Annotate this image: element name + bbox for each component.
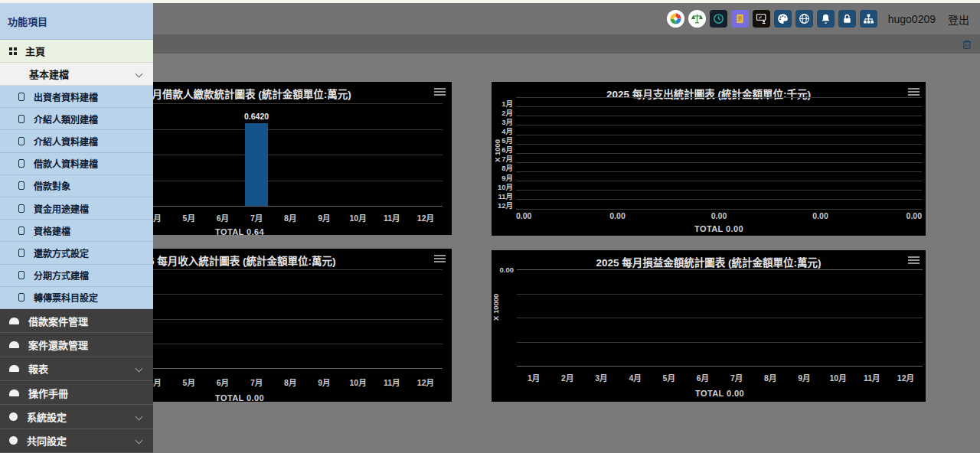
chart-menu-icon[interactable] (908, 88, 920, 97)
sidebar-section-4[interactable]: 系統設定 (0, 405, 153, 429)
chart-menu-icon[interactable] (434, 88, 446, 97)
chart-panel-profit: 2025 每月損益金額統計圖表 (統計金額單位:萬元) 0.001月2月3月4月… (492, 250, 926, 402)
scroll-icon[interactable] (731, 10, 749, 28)
chart-total-label: TOTAL 0.00 (517, 389, 923, 398)
x-axis-label: 1月 (528, 372, 540, 383)
x-axis-label: 6月 (217, 376, 229, 388)
sidebar-item-5[interactable]: 資金用途建檔 (0, 197, 153, 220)
x-axis-label: 2月 (561, 372, 573, 383)
sidebar-item-3[interactable]: 借款人資料建檔 (0, 153, 153, 175)
chevron-down-icon (136, 70, 143, 78)
sitemap-icon[interactable] (860, 10, 877, 28)
x-axis-label: 7月 (250, 376, 263, 388)
x-axis-label: 5月 (183, 376, 195, 388)
globe-icon[interactable] (795, 10, 813, 28)
x-axis-label: 11月 (384, 376, 400, 388)
document-icon (18, 204, 24, 213)
sidebar-item-8[interactable]: 分期方式建檔 (0, 265, 153, 287)
sidebar-section-1[interactable]: 案件還款管理 (0, 333, 153, 357)
scales-icon[interactable] (688, 10, 706, 28)
x-tick-label: 0.00 (711, 211, 727, 220)
x-axis-label: 11月 (864, 372, 880, 383)
sidebar-item-2[interactable]: 介紹人資料建檔 (0, 130, 153, 152)
x-tick-label: 0.00 (609, 211, 625, 220)
sidebar: 功能項目 主頁 基本建檔 出資者資料建檔介紹人類別建檔介紹人資料建檔借款人資料建… (0, 3, 153, 453)
sidebar-item-label: 介紹人類別建檔 (34, 112, 98, 125)
sidebar-item-7[interactable]: 還款方式設定 (0, 242, 153, 264)
x-axis-label: 12月 (417, 212, 434, 223)
sidebar-item-6[interactable]: 資格建檔 (0, 220, 153, 242)
grid-icon (9, 47, 17, 55)
y-axis-unit-label: X 10000 (492, 272, 500, 342)
sidebar-item-0[interactable]: 出資者資料建檔 (0, 86, 153, 108)
sidebar-item-home[interactable]: 主頁 (0, 40, 153, 63)
sidebar-item-label: 分期方式建檔 (34, 269, 89, 282)
lock-icon[interactable] (838, 10, 856, 28)
chevron-down-icon (136, 412, 143, 420)
x-axis-label: 4月 (629, 372, 641, 383)
sidebar-item-label: 借款對象 (34, 179, 70, 192)
sidebar-item-label: 資格建檔 (34, 224, 70, 237)
briefcase-icon (9, 318, 19, 324)
document-icon (18, 271, 24, 279)
sidebar-group-basic[interactable]: 基本建檔 (0, 63, 153, 86)
sidebar-item-9[interactable]: 轉傳票科目設定 (0, 287, 153, 309)
header-icon-group (667, 10, 877, 28)
x-axis-label: 3月 (595, 372, 607, 383)
briefcase-icon (9, 341, 19, 348)
chart-panel-expense: 2025 每月支出統計圖表 (統計金額單位:千元) 1月2月3月4月5月6月7月… (492, 82, 926, 236)
chart-menu-icon[interactable] (434, 255, 446, 264)
chart-bar[interactable] (245, 123, 268, 206)
palette-icon[interactable] (774, 10, 792, 28)
y-axis-label: 12月 (492, 200, 513, 210)
x-tick-label: 0.00 (812, 211, 828, 220)
x-axis-label: 5月 (663, 372, 675, 383)
bell-icon[interactable] (817, 10, 835, 28)
sidebar-item-label: 轉傳票科目設定 (34, 291, 98, 304)
presentation-icon[interactable] (753, 10, 770, 28)
sidebar-item-4[interactable]: 借款對象 (0, 175, 153, 197)
sidebar-section-label: 報表 (28, 361, 48, 376)
sidebar-section-5[interactable]: 共同設定 (0, 429, 153, 453)
sidebar-section-2[interactable]: 報表 (0, 357, 153, 381)
top-strip (0, 0, 980, 3)
briefcase-icon (9, 365, 19, 372)
chart-title: 2025 每月損益金額統計圖表 (統計金額單位:萬元) (492, 254, 926, 269)
x-axis-label: 8月 (284, 376, 296, 388)
sidebar-item-label: 資金用途建檔 (34, 202, 89, 215)
y-axis-unit-label: X 1000 (493, 111, 501, 191)
x-axis-label: 5月 (183, 212, 195, 223)
bar-value-label: 0.6420 (244, 112, 269, 121)
circle-icon (9, 436, 18, 445)
chevron-down-icon (136, 365, 143, 373)
x-tick-label: 0.00 (516, 211, 531, 220)
x-axis-label: 12月 (897, 372, 914, 383)
x-axis-label: 6月 (217, 212, 229, 223)
x-axis-label: 7月 (730, 372, 743, 383)
x-axis-label: 8月 (764, 372, 776, 383)
analytics-wheel-icon[interactable] (667, 10, 684, 28)
sidebar-section-3[interactable]: 操作手冊 (0, 381, 153, 405)
x-axis-label: 9月 (798, 372, 810, 383)
x-axis-label: 9月 (318, 376, 330, 388)
sidebar-subitem-list: 出資者資料建檔介紹人類別建檔介紹人資料建檔借款人資料建檔借款對象資金用途建檔資格… (0, 86, 153, 309)
sidebar-section-0[interactable]: 借款案件管理 (0, 309, 153, 333)
x-axis-label: 10月 (349, 212, 366, 223)
document-icon (18, 181, 24, 190)
document-icon (18, 226, 24, 235)
sidebar-section-label: 借款案件管理 (28, 314, 88, 328)
x-tick-label: 0.00 (906, 211, 922, 220)
x-axis-label: 10月 (829, 372, 846, 383)
trash-icon[interactable] (961, 38, 973, 51)
chart-menu-icon[interactable] (908, 256, 920, 266)
sidebar-title: 功能項目 (0, 3, 153, 40)
document-icon (18, 93, 24, 101)
sidebar-item-1[interactable]: 介紹人類別建檔 (0, 108, 153, 130)
x-axis-label: 7月 (250, 212, 263, 223)
sidebar-section-label: 案件還款管理 (28, 337, 88, 352)
x-axis-label: 11月 (384, 212, 400, 223)
clock-icon[interactable] (710, 10, 727, 28)
document-icon (18, 115, 24, 123)
sidebar-item-label: 還款方式設定 (34, 246, 89, 259)
logout-button[interactable]: 登出 (948, 11, 969, 27)
